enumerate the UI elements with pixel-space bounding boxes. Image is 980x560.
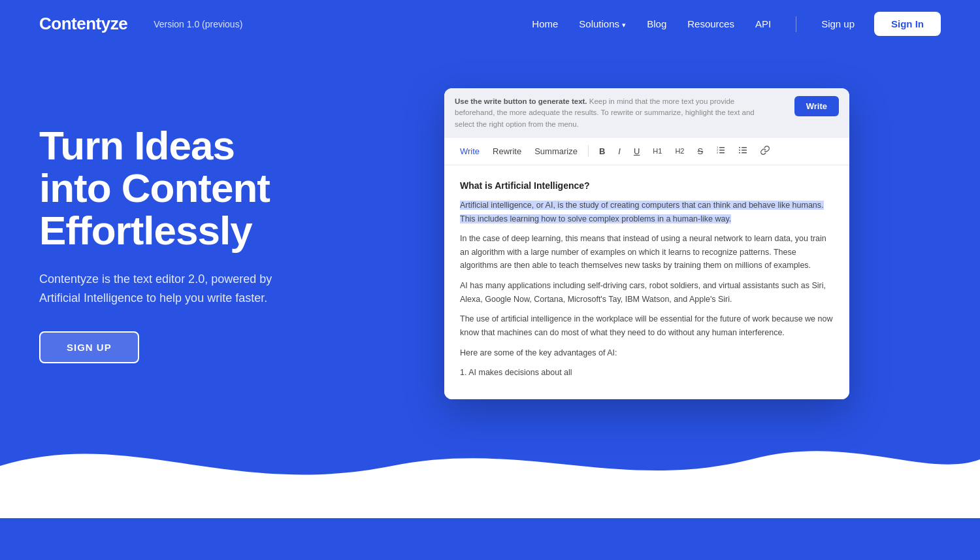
navbar: Contentyze Version 1.0 (previous) Home S… [0, 0, 980, 48]
nav-resources[interactable]: Resources [687, 18, 734, 29]
nav-blog[interactable]: Blog [647, 18, 666, 29]
toolbar-italic[interactable]: I [613, 144, 626, 159]
hero-right: Use the write button to generate text. K… [353, 88, 941, 399]
svg-text:3: 3 [717, 151, 719, 154]
hero-subtitle: Contentyze is the text editor 2.0, power… [39, 270, 314, 308]
content-paragraph-1: In the case of deep learning, this means… [460, 232, 834, 272]
hero-title: Turn Ideas into Content Effortlessly [39, 124, 314, 252]
svg-point-10 [739, 150, 740, 151]
toolbar-bold[interactable]: B [594, 144, 610, 159]
svg-point-11 [739, 152, 740, 154]
toolbar-underline[interactable]: U [629, 144, 645, 159]
hero-signup-button[interactable]: SIGN UP [39, 331, 139, 363]
editor-toolbar: Write Rewrite Summarize B I U H1 H2 S 1 … [444, 138, 849, 165]
toolbar-link[interactable] [755, 143, 775, 159]
toolbar-rewrite[interactable]: Rewrite [487, 144, 527, 159]
editor-hint-prefix: Use the write button to generate text. [455, 97, 587, 105]
nav-solutions[interactable]: Solutions ▾ [579, 18, 626, 29]
write-button[interactable]: Write [794, 96, 839, 116]
hero-left: Turn Ideas into Content Effortlessly Con… [39, 124, 314, 363]
editor-topbar: Use the write button to generate text. K… [444, 88, 849, 138]
svg-rect-0 [719, 147, 725, 148]
content-paragraph-4: Here are some of the key advantages of A… [460, 346, 834, 360]
svg-point-9 [739, 147, 740, 148]
hero-section: Turn Ideas into Content Effortlessly Con… [0, 48, 980, 401]
unordered-list-icon [738, 146, 747, 155]
svg-rect-6 [742, 147, 747, 148]
logo: Contentyze [39, 14, 127, 34]
ordered-list-icon: 1 2 3 [716, 146, 725, 155]
svg-rect-7 [742, 150, 747, 151]
nav-divider [796, 16, 796, 32]
toolbar-strikethrough[interactable]: S [692, 144, 708, 159]
wave-svg [0, 414, 980, 518]
toolbar-summarize[interactable]: Summarize [529, 144, 583, 159]
nav-home[interactable]: Home [532, 18, 558, 29]
toolbar-separator-1 [588, 145, 589, 157]
signin-button[interactable]: Sign In [874, 12, 941, 36]
version-badge: Version 1.0 (previous) [154, 19, 242, 29]
toolbar-ordered-list[interactable]: 1 2 3 [711, 143, 730, 159]
content-paragraph-2: AI has many applications including self-… [460, 279, 834, 306]
toolbar-h1[interactable]: H1 [647, 144, 667, 157]
content-heading: What is Artificial Intelligence? [460, 178, 834, 193]
highlighted-text: Artificial intelligence, or AI, is the s… [460, 201, 824, 223]
toolbar-h2[interactable]: H2 [670, 144, 689, 157]
content-highlighted-paragraph: Artificial intelligence, or AI, is the s… [460, 199, 834, 225]
svg-rect-2 [719, 152, 725, 154]
content-paragraph-3: The use of artificial intelligence in th… [460, 312, 834, 339]
nav-links: Home Solutions ▾ Blog Resources API [532, 18, 771, 30]
toolbar-write[interactable]: Write [455, 144, 485, 159]
chevron-down-icon: ▾ [622, 20, 626, 28]
wave-decoration [0, 414, 980, 518]
editor-content[interactable]: What is Artificial Intelligence? Artific… [444, 165, 849, 399]
svg-rect-1 [719, 150, 725, 151]
content-paragraph-5: 1. AI makes decisions about all [460, 366, 834, 380]
svg-rect-8 [742, 152, 747, 154]
nav-api[interactable]: API [755, 18, 771, 29]
editor-card: Use the write button to generate text. K… [444, 88, 849, 399]
editor-hint: Use the write button to generate text. K… [455, 96, 768, 130]
toolbar-unordered-list[interactable] [733, 143, 753, 159]
signup-link[interactable]: Sign up [821, 18, 855, 29]
link-icon [760, 146, 770, 155]
